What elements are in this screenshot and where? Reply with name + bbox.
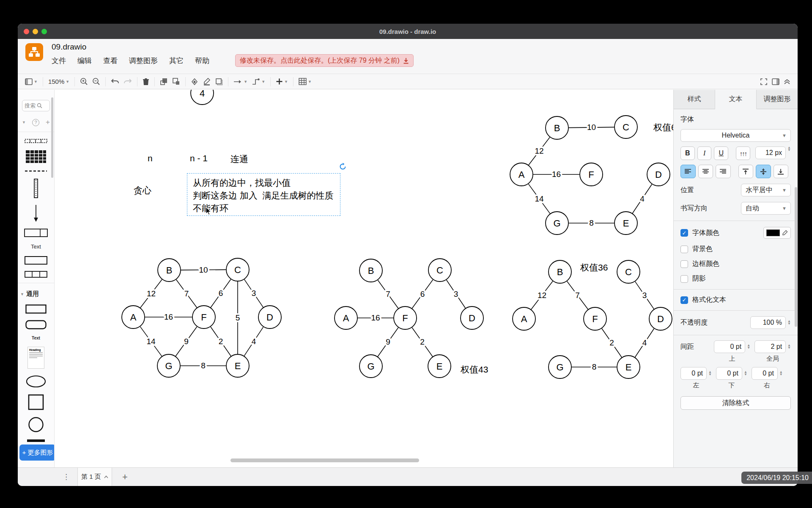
edge-weight-label[interactable]: 16 <box>371 313 380 322</box>
opacity-stepper[interactable]: ▲▼ <box>787 320 791 325</box>
shape-vertical-dotted-bar[interactable] <box>33 179 38 198</box>
font-color-swatch-button[interactable] <box>763 227 791 239</box>
minimize-button[interactable] <box>33 29 38 34</box>
formatted-text-checkbox[interactable]: ✓ <box>680 296 688 304</box>
underline-button[interactable]: U <box>714 146 728 160</box>
shape-search-input[interactable]: 搜索 <box>22 100 50 111</box>
align-left-button[interactable] <box>680 165 696 178</box>
shape-split-row[interactable] <box>25 271 47 278</box>
shape-square[interactable] <box>28 394 44 410</box>
font-color-checkbox[interactable]: ✓ <box>680 229 688 237</box>
font-size-stepper[interactable]: ▲▼ <box>787 146 791 160</box>
note-connected[interactable]: 连通 <box>230 153 248 165</box>
spacing-left-input[interactable]: 0 pt <box>680 367 707 380</box>
waypoint-style-button[interactable]: ▼ <box>250 76 267 88</box>
close-button[interactable] <box>24 29 29 34</box>
menu-help[interactable]: 帮助 <box>195 56 209 66</box>
border-color-checkbox[interactable] <box>680 260 688 268</box>
edge-weight-label[interactable]: 9 <box>184 337 189 346</box>
add-page-button[interactable]: + <box>122 472 128 483</box>
valign-top-button[interactable] <box>738 165 754 178</box>
menu-file[interactable]: 文件 <box>52 56 66 66</box>
note-n[interactable]: n <box>148 153 153 163</box>
edge-weight-label[interactable]: 5 <box>236 313 240 322</box>
to-back-button[interactable] <box>170 76 182 88</box>
vertical-text-button[interactable]: ↑↑↑ <box>736 146 750 160</box>
italic-button[interactable]: I <box>697 146 712 160</box>
line-color-button[interactable] <box>200 76 213 88</box>
edge-weight-label[interactable]: 4 <box>252 337 256 346</box>
edge-weight-label[interactable]: 14 <box>535 194 544 203</box>
edge-weight-label[interactable]: 7 <box>184 289 189 298</box>
valign-bottom-button[interactable] <box>774 165 789 178</box>
edge-weight-label[interactable]: 9 <box>386 337 390 346</box>
edge-weight-label[interactable]: 2 <box>609 338 614 347</box>
to-front-button[interactable] <box>158 76 170 88</box>
shape-thin-rectangle[interactable] <box>25 256 47 265</box>
edge-weight-label[interactable]: 2 <box>219 337 223 346</box>
valign-middle-button[interactable] <box>756 165 771 178</box>
delete-button[interactable] <box>140 76 151 88</box>
edge-weight-label[interactable]: 7 <box>386 290 390 298</box>
graph-weight-annotation[interactable]: 权值43 <box>460 364 488 374</box>
shape-horizontal-container[interactable] <box>24 229 48 237</box>
edge-weight-label[interactable]: 3 <box>252 289 256 298</box>
edge-weight-label[interactable]: 2 <box>420 337 425 346</box>
shape-table[interactable] <box>25 150 47 163</box>
note-greedy[interactable]: 贪心 <box>134 185 151 196</box>
insert-button[interactable]: ▼ <box>274 76 290 88</box>
clear-format-button[interactable]: 清除格式 <box>680 396 791 410</box>
edge-weight-label[interactable]: 12 <box>538 291 546 300</box>
shadow-checkbox[interactable] <box>680 275 688 283</box>
edge-weight-label[interactable]: 16 <box>164 312 173 321</box>
zoom-in-button[interactable] <box>78 76 90 88</box>
page-tab-1[interactable]: 第 1 页 <box>77 468 112 486</box>
edge-weight-label[interactable]: 4 <box>642 338 647 347</box>
edge-weight-label[interactable]: 12 <box>147 289 156 298</box>
spacing-right-input[interactable]: 0 pt <box>752 367 778 380</box>
diagram-canvas[interactable]: 41012161484ABCFDGE权值61012763516149248ABC… <box>55 90 673 467</box>
shape-heading-doc[interactable]: Heading <box>27 347 44 369</box>
shape-rounded-rectangle[interactable] <box>25 320 47 329</box>
font-size-input[interactable]: 12 px <box>755 146 786 159</box>
tab-arrange[interactable]: 调整图形 <box>757 90 798 109</box>
edge-weight-label[interactable]: 8 <box>201 361 206 370</box>
view-panels-button[interactable]: ▼ <box>23 76 40 88</box>
align-center-button[interactable] <box>698 165 713 178</box>
edge-weight-label[interactable]: 8 <box>589 218 594 227</box>
help-icon[interactable]: ? <box>32 119 39 126</box>
spacing-global-input[interactable]: 2 pt <box>754 340 786 353</box>
collapse-toolbar-button[interactable] <box>782 76 793 88</box>
shape-circle[interactable] <box>28 417 44 433</box>
add-shape-icon[interactable]: + <box>46 118 50 127</box>
background-color-checkbox[interactable] <box>680 246 688 253</box>
sidebar-scrollbar[interactable] <box>51 97 53 178</box>
shape-arrow-down[interactable] <box>33 204 39 222</box>
writing-direction-select[interactable]: 自动 ▼ <box>741 202 791 215</box>
shape-dashed-line[interactable] <box>25 170 47 172</box>
zoom-level-dropdown[interactable]: 150% ▼ <box>46 76 71 88</box>
note-n-minus-1[interactable]: n - 1 <box>190 153 208 163</box>
shadow-button[interactable] <box>213 76 225 88</box>
shape-text-small[interactable]: Text <box>32 336 40 340</box>
pages-menu-icon[interactable]: ⋮ <box>63 472 70 481</box>
undo-button[interactable] <box>109 76 121 88</box>
align-right-button[interactable] <box>716 165 731 178</box>
spacing-bottom-input[interactable]: 0 pt <box>716 367 742 380</box>
panel-scrollbar[interactable] <box>795 187 797 327</box>
redo-button[interactable] <box>121 76 134 88</box>
bold-button[interactable]: B <box>680 146 695 160</box>
opacity-input[interactable]: 100 % <box>750 316 786 329</box>
canvas-graphs[interactable]: 41012161484ABCFDGE权值61012763516149248ABC… <box>55 90 673 467</box>
edge-weight-label[interactable]: 10 <box>587 123 596 132</box>
spacing-top-input[interactable]: 0 pt <box>714 340 745 353</box>
shape-ellipse[interactable] <box>26 375 46 388</box>
position-select[interactable]: 水平居中 ▼ <box>741 184 791 196</box>
format-panel-toggle-button[interactable] <box>770 76 782 88</box>
refresh-icon[interactable] <box>339 163 347 171</box>
edge-weight-label[interactable]: 6 <box>219 289 223 298</box>
shape-text[interactable]: Text <box>31 243 41 250</box>
menu-view[interactable]: 查看 <box>103 56 118 66</box>
edge-weight-label[interactable]: 3 <box>454 290 458 298</box>
table-button[interactable]: ▼ <box>296 76 314 88</box>
